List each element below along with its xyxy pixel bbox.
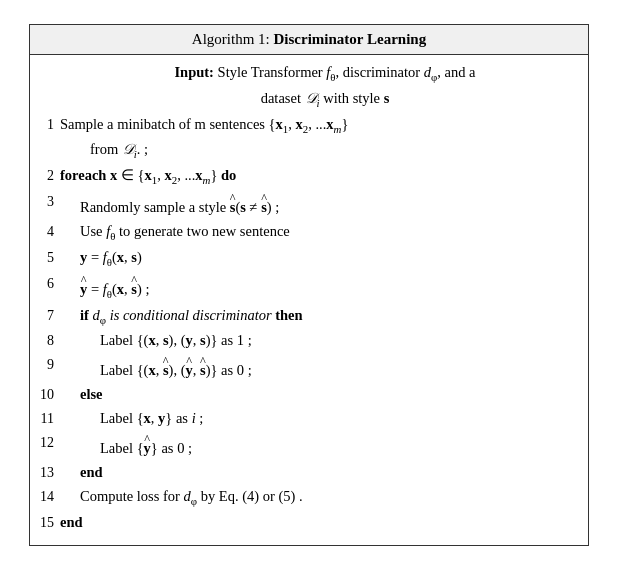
line-content-4: Use fθ to generate two new sentence <box>60 220 582 246</box>
line-content-15: end <box>60 511 582 535</box>
line-content-12: Label {^y} as 0 ; <box>60 431 582 461</box>
line-num-3: 3 <box>36 190 60 220</box>
line-content-7: if dφ is conditional discriminator then <box>60 304 582 330</box>
input-text: Input: Style Transformer fθ, discriminat… <box>60 61 582 113</box>
line-content-6: ^y = fθ(x, ^s) ; <box>60 272 582 304</box>
input-num <box>36 61 60 113</box>
line-content-13: end <box>60 461 582 485</box>
line-8: 8 Label {(x, s), (y, s)} as 1 ; <box>36 329 582 353</box>
line-3: 3 Randomly sample a style ^s(s ≠ ^s) ; <box>36 190 582 220</box>
line-num-14: 14 <box>36 485 60 511</box>
line-content-9: Label {(x, ^s), (^y, ^s)} as 0 ; <box>60 353 582 383</box>
input-line: Input: Style Transformer fθ, discriminat… <box>36 61 582 113</box>
line-content-2: foreach x ∈ {x1, x2, ...xm} do <box>60 164 582 190</box>
line-content-8: Label {(x, s), (y, s)} as 1 ; <box>60 329 582 353</box>
line-num-5: 5 <box>36 246 60 272</box>
algorithm-label: Algorithm 1: <box>192 31 270 47</box>
line-content-11: Label {x, y} as i ; <box>60 407 582 431</box>
line-num-1: 1 <box>36 113 60 165</box>
line-7: 7 if dφ is conditional discriminator the… <box>36 304 582 330</box>
line-content-1: Sample a minibatch of m sentences {x1, x… <box>60 113 582 165</box>
line-1: 1 Sample a minibatch of m sentences {x1,… <box>36 113 582 165</box>
line-2: 2 foreach x ∈ {x1, x2, ...xm} do <box>36 164 582 190</box>
line-num-4: 4 <box>36 220 60 246</box>
algorithm-title-bar: Algorithm 1: Discriminator Learning <box>30 25 588 55</box>
line-num-11: 11 <box>36 407 60 431</box>
line-content-3: Randomly sample a style ^s(s ≠ ^s) ; <box>60 190 582 220</box>
line-num-10: 10 <box>36 383 60 407</box>
line-content-5: y = fθ(x, s) <box>60 246 582 272</box>
line-6: 6 ^y = fθ(x, ^s) ; <box>36 272 582 304</box>
line-num-2: 2 <box>36 164 60 190</box>
algorithm-box: Algorithm 1: Discriminator Learning Inpu… <box>29 24 589 546</box>
algorithm-title: Discriminator Learning <box>274 31 427 47</box>
line-num-7: 7 <box>36 304 60 330</box>
line-11: 11 Label {x, y} as i ; <box>36 407 582 431</box>
line-num-6: 6 <box>36 272 60 304</box>
line-13: 13 end <box>36 461 582 485</box>
line-content-14: Compute loss for dφ by Eq. (4) or (5) . <box>60 485 582 511</box>
line-num-8: 8 <box>36 329 60 353</box>
line-15: 15 end <box>36 511 582 535</box>
line-9: 9 Label {(x, ^s), (^y, ^s)} as 0 ; <box>36 353 582 383</box>
line-5: 5 y = fθ(x, s) <box>36 246 582 272</box>
line-num-9: 9 <box>36 353 60 383</box>
line-num-12: 12 <box>36 431 60 461</box>
algorithm-content: Input: Style Transformer fθ, discriminat… <box>30 55 588 545</box>
line-4: 4 Use fθ to generate two new sentence <box>36 220 582 246</box>
line-14: 14 Compute loss for dφ by Eq. (4) or (5)… <box>36 485 582 511</box>
line-num-15: 15 <box>36 511 60 535</box>
line-num-13: 13 <box>36 461 60 485</box>
line-content-10: else <box>60 383 582 407</box>
line-12: 12 Label {^y} as 0 ; <box>36 431 582 461</box>
line-10: 10 else <box>36 383 582 407</box>
